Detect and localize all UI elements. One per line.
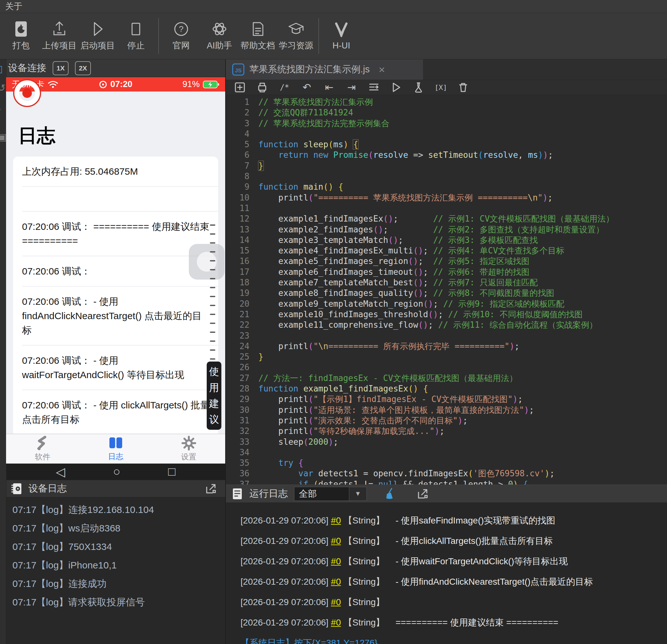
code-line: 5function sleep(ms) { — [226, 139, 667, 150]
log-index[interactable]: #0 — [328, 515, 344, 525]
device-log-line: 07:17【log】连接成功 — [13, 575, 225, 593]
undo-icon[interactable]: ↶ — [300, 81, 313, 94]
close-x-icon[interactable]: [X] — [435, 81, 447, 94]
log-index[interactable]: #0 — [328, 536, 344, 546]
device-log-list: 07:17【log】连接192.168.10.10407:17【log】ws启动… — [6, 497, 225, 644]
log-index[interactable]: #0 — [328, 617, 344, 627]
caret-down-icon[interactable]: ▼ — [349, 487, 367, 500]
line-number: 17 — [226, 267, 258, 277]
line-number: 28 — [226, 383, 258, 394]
phone-log-entry: 07:20:06 调试： ========== 使用建议结束 =========… — [22, 212, 218, 256]
code-line: 35 try { — [226, 458, 667, 468]
hui-logo-button[interactable]: H-UI — [322, 22, 360, 51]
code-editor[interactable]: 1// 苹果系统找图方法汇集示例2// 交流QQ群7118419243// 苹果… — [226, 95, 667, 484]
test-flask-icon[interactable] — [412, 81, 425, 94]
code-line: 4 — [226, 129, 667, 139]
log-index[interactable]: #0 — [328, 556, 344, 566]
code-text: printl("========== 苹果系统找图方法汇集示例 ========… — [258, 193, 553, 203]
code-text: printl("等待2秒确保屏幕加载完成..."); — [258, 426, 444, 436]
upload-icon — [51, 21, 68, 37]
line-number: 21 — [226, 309, 258, 320]
code-text: example10_findImages_threshold(); // 示例1… — [258, 309, 583, 320]
device-log-line: 07:17【log】iPhone10,1 — [13, 556, 225, 575]
log-message: - 使用findAndClickNearestTarget()点击最近的目标 — [395, 577, 593, 587]
log-filter-value: 全部 — [294, 488, 349, 500]
trash-icon[interactable] — [457, 81, 470, 94]
stop-button[interactable]: 停止 — [117, 21, 155, 51]
line-number: 7 — [226, 161, 258, 171]
code-text: function main() { — [258, 182, 343, 192]
upload-button[interactable]: 上传项目 — [40, 21, 79, 51]
app-window: 关于 打包上传项目启动项目停止?官网AI助手帮助文档学习资源H-UI ▯ ↺ ◦… — [0, 0, 667, 644]
print-icon[interactable] — [256, 81, 269, 94]
comment-icon[interactable]: /* — [278, 81, 291, 94]
indent-icon[interactable]: ⇥ — [345, 81, 358, 94]
ai-assistant-icon — [211, 21, 228, 37]
code-text: example7_templateMatch_best(); // 示例7: 只… — [258, 277, 538, 288]
code-text: example11_comprehensive_flow(); // 示例11:… — [258, 320, 598, 330]
dot-icon[interactable]: ◦ — [0, 104, 1, 115]
toolbar-divider — [158, 18, 159, 54]
log-index[interactable]: #0 — [328, 577, 344, 587]
ai-assistant-button[interactable]: AI助手 — [200, 21, 239, 51]
code-text: try { — [258, 458, 303, 468]
learning-cap-button[interactable]: 学习资源 — [277, 21, 315, 51]
log-filter-dropdown[interactable]: 全部 ▼ — [294, 487, 367, 501]
code-line: 18 example7_templateMatch_best(); // 示例7… — [226, 277, 667, 288]
nav-home-button[interactable]: ○ — [113, 465, 120, 479]
log-type-tag: 【String】 — [344, 577, 385, 587]
code-text: example5_findImages_region(); // 示例5: 指定… — [258, 256, 530, 266]
device-log-expand-icon[interactable] — [205, 483, 217, 495]
line-number: 14 — [226, 235, 258, 246]
help-doc-button[interactable]: 帮助文档 — [239, 21, 277, 51]
device-connect-title: 设备连接 — [8, 62, 46, 75]
run-log-expand-icon[interactable] — [417, 488, 429, 500]
new-file-icon[interactable] — [233, 81, 246, 94]
line-number: 12 — [226, 214, 258, 224]
phone-tab-软件[interactable]: 软件 — [35, 436, 50, 462]
editor-tab[interactable]: JS 苹果系统找图方法汇集示例.js × — [226, 59, 423, 80]
nav-recents-button[interactable]: □ — [168, 465, 176, 479]
editor-panel: JS 苹果系统找图方法汇集示例.js × /*↶⇤⇥[X] 1// 苹果系统找图… — [225, 59, 667, 644]
run-icon[interactable] — [390, 81, 403, 94]
log-timestamp: [2026-01-29 07:20:06] — [241, 617, 328, 627]
outdent-icon[interactable]: ⇤ — [323, 81, 336, 94]
clear-log-icon[interactable] — [384, 488, 396, 500]
log-message: - 使用clickAllTargets()批量点击所有目标 — [395, 536, 553, 546]
code-line: 28function example1_findImagesEx() { — [226, 383, 667, 394]
phone-tab-label: 软件 — [35, 452, 50, 462]
phone-mirror[interactable]: 无SIM卡 07:20 91% 日志 上次内存占用: 55.0468 — [6, 77, 225, 464]
start-project-button[interactable]: 启动项目 — [79, 21, 117, 51]
code-line: 10 printl("========== 苹果系统找图方法汇集示例 =====… — [226, 193, 667, 203]
menu-about[interactable]: 关于 — [5, 1, 22, 12]
log-index[interactable]: #0 — [328, 597, 344, 607]
refresh-icon[interactable]: ↺ — [0, 82, 5, 94]
package-apple-button[interactable]: 打包 — [2, 21, 40, 51]
tab-close-icon[interactable]: × — [379, 63, 385, 76]
run-log-entry: [2026-01-29 07:20:06]#0【String】=========… — [241, 616, 667, 629]
panel-icon[interactable]: ▣ — [0, 131, 6, 143]
phone-tab-日志[interactable]: 日志 — [108, 436, 124, 462]
line-number: 9 — [226, 182, 258, 192]
line-number: 26 — [226, 362, 258, 373]
scale-1x-button[interactable]: 1X — [53, 61, 69, 75]
js-file-icon: JS — [232, 63, 244, 76]
scale-2x-button[interactable]: 2X — [75, 61, 91, 75]
phone-tab-设置[interactable]: 设置 — [181, 436, 196, 462]
code-text: printl("【示例1】findImagesEx - CV文件模板匹配找图")… — [258, 394, 523, 404]
phone-icon[interactable]: ▯ — [0, 63, 3, 74]
alarm-icon — [99, 80, 107, 89]
nav-back-button[interactable]: ◁ — [56, 465, 65, 479]
phone-tab-label: 设置 — [181, 452, 196, 462]
float-scroll-indicator — [210, 225, 216, 367]
format-icon[interactable] — [368, 81, 380, 94]
code-line: 3// 苹果系统找图方法完整示例集合 — [226, 118, 667, 129]
code-text: // 方法一: findImagesEx - CV文件模板匹配找图（最基础用法） — [258, 373, 517, 383]
battery-icon — [203, 80, 219, 89]
assistive-touch-button[interactable] — [189, 244, 225, 280]
code-text: example6_findImages_timeout(); // 示例6: 带… — [258, 267, 530, 277]
website-question-button[interactable]: ?官网 — [162, 21, 200, 51]
device-log-line: 07:17【log】ws启动8368 — [13, 519, 225, 538]
float-menu-handle[interactable]: 使用建议 — [207, 362, 222, 430]
line-number: 3 — [226, 118, 258, 129]
